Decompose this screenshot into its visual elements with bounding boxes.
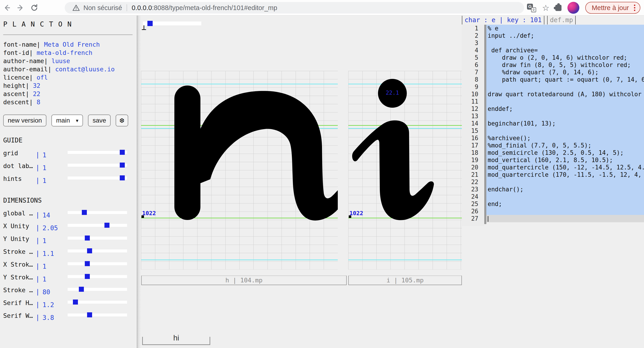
slider-track[interactable] xyxy=(68,249,127,252)
slider-value[interactable]: 1.1 xyxy=(42,250,54,257)
slider-track[interactable] xyxy=(68,262,127,265)
glyph-panel-i[interactable]: 22.1 1022 xyxy=(348,71,462,270)
canvas-zoom-slider[interactable] xyxy=(143,22,201,25)
info-value[interactable]: 32 xyxy=(33,82,40,89)
slider-track[interactable] xyxy=(68,224,127,227)
slider-value[interactable]: 1 xyxy=(42,151,46,159)
bookmark-star-icon[interactable]: ☆ xyxy=(542,3,550,13)
slider-value[interactable]: 1 xyxy=(42,263,46,270)
slider-thumb[interactable] xyxy=(120,150,125,155)
info-value[interactable]: contact@luuse.io xyxy=(55,66,115,73)
slider-value[interactable]: 3.8 xyxy=(42,314,54,321)
info-value[interactable]: 22 xyxy=(33,90,40,97)
info-value[interactable]: luuse xyxy=(52,57,70,65)
code-line[interactable] xyxy=(486,178,644,186)
back-icon[interactable] xyxy=(0,2,14,13)
code-line[interactable]: end; xyxy=(486,200,644,208)
slider-value[interactable]: 1 xyxy=(42,164,46,172)
code-line[interactable]: % e xyxy=(486,25,644,32)
code-line[interactable]: endchar(); xyxy=(486,186,644,193)
slider-thumb[interactable] xyxy=(82,210,87,215)
code-line[interactable]: mod_quartercircle (150, -12, -14.5, 12.5… xyxy=(486,164,644,171)
slider-track[interactable] xyxy=(68,288,127,291)
slider-thumb[interactable] xyxy=(87,312,92,317)
url-path[interactable]: :8088/type/meta-old-french/101#editor_mp xyxy=(152,4,277,12)
slider-track[interactable] xyxy=(68,151,127,154)
url-host[interactable]: 0.0.0.0 xyxy=(132,4,152,12)
url-bar[interactable]: Non sécurisé 0.0.0.0:8088/type/meta-old-… xyxy=(65,2,524,14)
glyph-h-outline[interactable] xyxy=(141,71,338,270)
code-line[interactable]: %archivee(); xyxy=(486,134,644,142)
code-line[interactable] xyxy=(486,98,644,105)
security-label[interactable]: Non sécurisé xyxy=(84,4,122,12)
slider-thumb[interactable] xyxy=(120,163,125,168)
code-line[interactable]: draw quart rotatedaround (A, 180) withco… xyxy=(486,91,644,98)
code-line[interactable]: %draw oquart (7, 0, 14, 6); xyxy=(486,69,644,76)
forward-icon[interactable] xyxy=(14,2,28,13)
code-line[interactable]: draw fin (8, 0, 5, 5) withcolor red; xyxy=(486,61,644,69)
slider-thumb[interactable] xyxy=(73,299,78,304)
update-browser-button[interactable]: Mettre à jour xyxy=(585,2,640,14)
slider-thumb[interactable] xyxy=(87,248,92,253)
info-value[interactable]: 8 xyxy=(36,99,40,106)
new-version-button[interactable]: new version xyxy=(3,115,46,126)
sidebar-splitter[interactable] xyxy=(137,16,141,348)
code-line[interactable] xyxy=(486,83,644,91)
info-value[interactable]: Meta Old French xyxy=(44,41,100,48)
info-value[interactable]: ofl xyxy=(36,74,48,81)
code-line[interactable] xyxy=(486,208,644,215)
glyph-i-outline[interactable] xyxy=(348,71,462,270)
tab-def-mp[interactable]: def.mp xyxy=(547,16,576,25)
code-line[interactable] xyxy=(486,193,644,200)
menu-dots-icon[interactable] xyxy=(634,5,635,11)
slider-thumb[interactable] xyxy=(120,175,125,180)
code-line[interactable]: mod_quartercircle (170, -11.5, -1.5, 12,… xyxy=(486,171,644,178)
code-line[interactable]: draw o (2, 0, 14, 6) withcolor red; xyxy=(486,54,644,61)
gutter-separator[interactable] xyxy=(484,25,486,224)
slider-value[interactable]: 1 xyxy=(42,275,46,283)
slider-value[interactable]: 2.05 xyxy=(42,224,58,232)
save-button[interactable]: save xyxy=(88,115,110,126)
glyph-panel-h[interactable]: 1022 xyxy=(141,71,338,270)
slider-value[interactable]: 1 xyxy=(42,177,46,185)
slider-value[interactable]: 1.2 xyxy=(42,301,54,309)
code-line[interactable]: input ../def; xyxy=(486,32,644,39)
slider-track[interactable] xyxy=(68,301,127,304)
slider-thumb[interactable] xyxy=(85,235,90,240)
slider-track[interactable] xyxy=(68,313,127,316)
code-line[interactable] xyxy=(486,215,644,222)
tab-char-key[interactable]: char : e | key : 101 xyxy=(462,16,544,25)
code-line[interactable] xyxy=(486,39,644,47)
slider-value[interactable]: 1 xyxy=(42,237,46,245)
slider-track[interactable] xyxy=(68,237,127,240)
slider-track[interactable] xyxy=(68,275,127,278)
translate-icon[interactable]: G 文 xyxy=(527,3,536,12)
code-line[interactable]: def archivee= xyxy=(486,47,644,54)
settings-button[interactable]: ❆ xyxy=(116,115,128,126)
code-line[interactable]: mod_vertical (160, 2.1, 8.5, 10.5); xyxy=(486,156,644,164)
extensions-puzzle-icon[interactable] xyxy=(555,5,562,11)
code-text-area[interactable]: % einput ../def; def archivee= draw o (2… xyxy=(486,25,644,233)
slider-thumb[interactable] xyxy=(85,261,90,266)
slider-value[interactable]: 80 xyxy=(42,288,50,296)
branch-select[interactable]: main ▾ xyxy=(52,115,83,126)
code-line[interactable]: path quart; quart := oquart (0, 7, 14, 6… xyxy=(486,76,644,83)
reload-icon[interactable] xyxy=(28,2,41,13)
profile-avatar[interactable] xyxy=(568,2,579,14)
slider-thumb[interactable] xyxy=(85,274,90,279)
preview-text-box[interactable]: hi xyxy=(142,337,210,345)
slider-thumb[interactable] xyxy=(79,287,84,292)
code-line[interactable]: beginchar(101, 13); xyxy=(486,120,644,127)
slider-value[interactable]: 14 xyxy=(42,211,50,219)
code-line[interactable]: enddef; xyxy=(486,105,644,113)
slider-thumb[interactable] xyxy=(104,223,110,228)
code-line[interactable]: %mod_finial (7.7, 0, 5, 5.5); xyxy=(486,142,644,149)
glyph-caption-i[interactable]: i | 105.mp xyxy=(348,275,462,285)
slider-track[interactable] xyxy=(68,211,127,214)
glyph-caption-h[interactable]: h | 104.mp xyxy=(141,275,347,285)
slider-thumb[interactable] xyxy=(148,21,153,26)
code-line[interactable] xyxy=(486,113,644,120)
info-value[interactable]: meta-old-french xyxy=(36,49,92,56)
code-line[interactable] xyxy=(486,127,644,134)
code-line[interactable]: mod_semicircle (130, 2.5, 0.5, 14, 5); xyxy=(486,149,644,156)
